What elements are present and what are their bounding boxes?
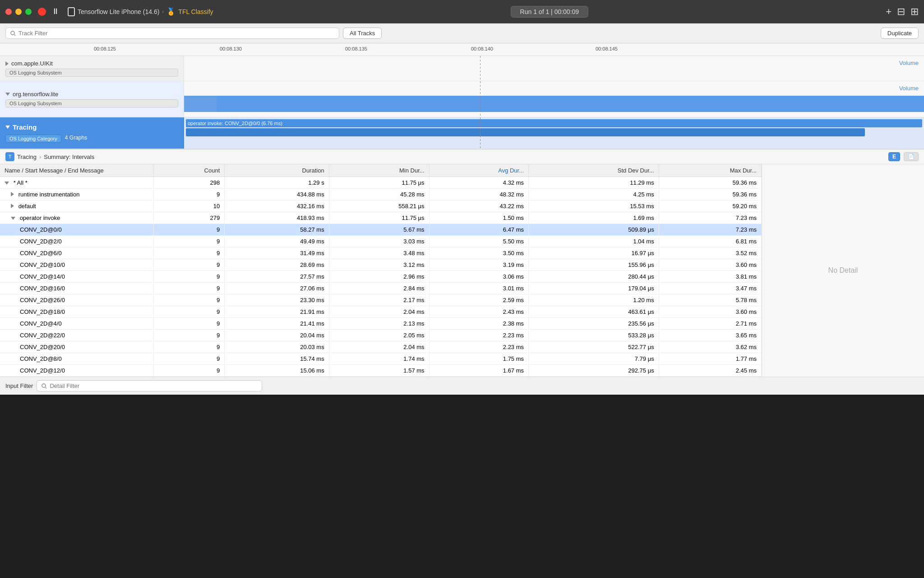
cursor-line-tracing	[480, 117, 480, 149]
max-dur-conv10: 3.60 ms	[659, 259, 761, 271]
track-expand-tracing[interactable]	[5, 126, 10, 129]
duration-runtime: 434.88 ms	[225, 189, 329, 200]
table-row[interactable]: CONV_2D@20/0 9 20.03 ms 2.04 ms 2.23 ms …	[0, 341, 762, 353]
all-tracks-button[interactable]: All Tracks	[343, 28, 382, 39]
track-expand-uikit[interactable]	[5, 61, 9, 66]
table-row[interactable]: CONV_2D@10/0 9 28.69 ms 3.12 ms 3.19 ms …	[0, 259, 762, 271]
track-content-tensorflow: Volume	[184, 81, 924, 117]
title-bar: ⏸ Tensorflow Lite iPhone (14.6) › 🏅 TFL …	[0, 0, 924, 23]
expand-op-invoke[interactable]	[11, 217, 15, 220]
window-traffic-lights[interactable]	[5, 9, 32, 15]
table-row[interactable]: default 10 432.16 ms 558.21 μs 43.22 ms …	[0, 200, 762, 212]
row-name-op-invoke: operator invoke	[0, 212, 153, 224]
track-expand-tensorflow[interactable]	[5, 93, 10, 96]
table-row[interactable]: * All * 298 1.29 s 11.75 μs 4.32 ms 11.2…	[0, 177, 762, 189]
header-row: Name / Start Message / End Message Count…	[0, 164, 762, 177]
track-filter-box[interactable]	[5, 28, 339, 39]
min-dur-conv22: 2.05 ms	[329, 330, 429, 341]
max-dur-conv2: 6.81 ms	[659, 236, 761, 247]
avg-dur-conv26: 2.59 ms	[429, 294, 528, 306]
table-row[interactable]: CONV_2D@12/0 9 15.06 ms 1.57 ms 1.67 ms …	[0, 365, 762, 377]
app-name: TFL Classify	[178, 8, 213, 15]
duplicate-button[interactable]: Duplicate	[881, 28, 919, 39]
intervals-table: Name / Start Message / End Message Count…	[0, 164, 762, 377]
track-label-uikit: com.apple.UIKit OS Logging Subsystem	[0, 56, 184, 81]
minimize-button[interactable]	[15, 9, 22, 15]
table-row[interactable]: CONV_2D@6/0 9 31.49 ms 3.48 ms 3.50 ms 1…	[0, 247, 762, 259]
avg-dur-conv20: 2.23 ms	[429, 341, 528, 353]
duration-conv18: 21.91 ms	[225, 306, 329, 318]
table-row[interactable]: CONV_2D@4/0 9 21.41 ms 2.13 ms 2.38 ms 2…	[0, 318, 762, 330]
track-subsystem-tensorflow: OS Logging Subsystem	[5, 99, 178, 107]
col-std-dev[interactable]: Std Dev Dur...	[529, 164, 659, 177]
avg-dur-runtime: 48.32 ms	[429, 189, 528, 200]
layout-button[interactable]: ⊞	[910, 6, 919, 18]
row-name-conv16: CONV_2D@16/0	[0, 283, 153, 294]
doc-button[interactable]: 📄	[904, 152, 919, 161]
min-dur-conv2: 3.03 ms	[329, 236, 429, 247]
table-row[interactable]: operator invoke 279 418.93 ms 11.75 μs 1…	[0, 212, 762, 224]
avg-dur-conv18: 2.43 ms	[429, 306, 528, 318]
min-dur-conv6: 3.48 ms	[329, 247, 429, 259]
row-name-conv22: CONV_2D@22/0	[0, 330, 153, 341]
track-volume-uikit: Volume	[899, 60, 919, 66]
min-dur-conv20: 2.04 ms	[329, 341, 429, 353]
expand-runtime[interactable]	[11, 192, 14, 196]
export-button[interactable]: E	[888, 152, 900, 161]
pause-icon[interactable]: ⏸	[51, 7, 60, 16]
table-scroll[interactable]: Name / Start Message / End Message Count…	[0, 164, 762, 377]
device-chevron-icon: ›	[162, 9, 164, 15]
min-dur-conv0: 5.67 ms	[329, 224, 429, 236]
track-category-tracing: OS Logging Category	[5, 135, 61, 143]
track-row-tracing: Tracing OS Logging Category 4 Graphs ope…	[0, 117, 924, 149]
duration-conv2: 49.49 ms	[225, 236, 329, 247]
max-dur-conv18: 3.60 ms	[659, 306, 761, 318]
table-row[interactable]: CONV_2D@14/0 9 27.57 ms 2.96 ms 3.06 ms …	[0, 271, 762, 283]
col-name[interactable]: Name / Start Message / End Message	[0, 164, 153, 177]
max-dur-runtime: 59.36 ms	[659, 189, 761, 200]
col-duration[interactable]: Duration	[225, 164, 329, 177]
table-row[interactable]: runtime instrumentation 9 434.88 ms 45.2…	[0, 189, 762, 200]
track-name-uikit: com.apple.UIKit	[11, 60, 53, 67]
min-dur-conv16: 2.84 ms	[329, 283, 429, 294]
std-dev-conv20: 522.77 μs	[529, 341, 659, 353]
run-info: Run 1 of 1 | 00:00:09	[218, 6, 882, 18]
tracks-area: com.apple.UIKit OS Logging Subsystem Vol…	[0, 56, 924, 149]
close-button[interactable]	[5, 9, 12, 15]
cursor-line	[480, 56, 480, 81]
col-count[interactable]: Count	[153, 164, 225, 177]
row-name-conv10: CONV_2D@10/0	[0, 259, 153, 271]
row-name-all: * All *	[0, 177, 153, 189]
expand-all[interactable]	[5, 182, 9, 185]
record-icon[interactable]	[38, 8, 46, 16]
std-dev-conv10: 155.96 μs	[529, 259, 659, 271]
table-body: * All * 298 1.29 s 11.75 μs 4.32 ms 11.2…	[0, 177, 762, 377]
ruler-mark-2: 00:08.135	[345, 46, 367, 51]
count-conv16: 9	[153, 283, 225, 294]
split-view-button[interactable]: ⊟	[897, 6, 905, 18]
col-max-dur[interactable]: Max Dur...	[659, 164, 761, 177]
col-min-dur[interactable]: Min Dur...	[329, 164, 429, 177]
timeline-ruler: 00:08.125 00:08.130 00:08.135 00:08.140 …	[0, 43, 924, 56]
col-avg-dur[interactable]: Avg Dur...	[429, 164, 528, 177]
input-filter-box[interactable]	[37, 380, 262, 392]
table-row[interactable]: CONV_2D@18/0 9 21.91 ms 2.04 ms 2.43 ms …	[0, 306, 762, 318]
count-conv6: 9	[153, 247, 225, 259]
table-row[interactable]: CONV_2D@0/0 9 58.27 ms 5.67 ms 6.47 ms 5…	[0, 224, 762, 236]
bottom-panel: T Tracing › Summary: Intervals E 📄 Name …	[0, 149, 924, 395]
track-filter-input[interactable]	[18, 30, 334, 37]
table-row[interactable]: CONV_2D@8/0 9 15.74 ms 1.74 ms 1.75 ms 7…	[0, 353, 762, 365]
detail-filter-input[interactable]	[50, 382, 257, 389]
std-dev-conv8: 7.79 μs	[529, 353, 659, 365]
min-dur-conv18: 2.04 ms	[329, 306, 429, 318]
expand-default[interactable]	[11, 204, 14, 208]
zoom-button[interactable]	[25, 9, 32, 15]
table-row[interactable]: CONV_2D@2/0 9 49.49 ms 3.03 ms 5.50 ms 1…	[0, 236, 762, 247]
table-row[interactable]: CONV_2D@22/0 9 20.04 ms 2.05 ms 2.23 ms …	[0, 330, 762, 341]
min-dur-conv14: 2.96 ms	[329, 271, 429, 283]
count-conv14: 9	[153, 271, 225, 283]
filter-icon	[10, 31, 16, 36]
add-button[interactable]: +	[886, 6, 892, 18]
table-row[interactable]: CONV_2D@16/0 9 27.06 ms 2.84 ms 3.01 ms …	[0, 283, 762, 294]
table-row[interactable]: CONV_2D@26/0 9 23.30 ms 2.17 ms 2.59 ms …	[0, 294, 762, 306]
